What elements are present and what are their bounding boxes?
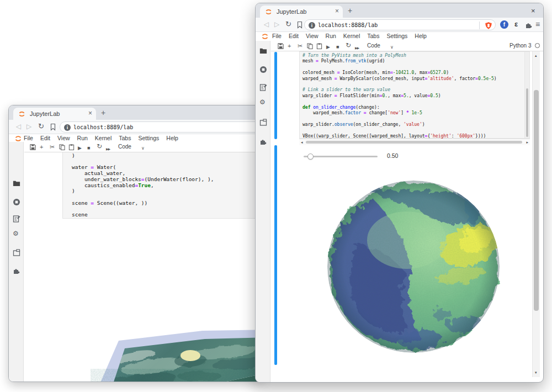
running-kernels-icon[interactable] <box>13 198 20 206</box>
menu-help[interactable]: Help <box>415 33 427 39</box>
browser-tab[interactable]: JupyterLab × <box>13 108 96 120</box>
command-palette-icon[interactable] <box>13 215 20 223</box>
cell-type-dropdown[interactable]: Code <box>118 144 131 150</box>
code-editor[interactable]: ) water = Water( actual_water, under_wat… <box>72 153 214 218</box>
code-cell[interactable]: ) water = Water( actual_water, under_wat… <box>62 152 264 219</box>
menu-kernel[interactable]: Kernel <box>343 33 360 39</box>
globe-render[interactable] <box>325 178 502 355</box>
notebook-area: # Turn the PyVista mesh into a PolyMeshm… <box>271 51 540 377</box>
code-editor[interactable]: # Turn the PyVista mesh into a PolyMeshm… <box>302 53 497 139</box>
add-cell-icon[interactable]: + <box>288 42 291 50</box>
menu-file[interactable]: File <box>272 33 282 39</box>
file-browser-icon[interactable] <box>259 47 267 55</box>
code-cell[interactable]: # Turn the PyVista mesh into a PolyMeshm… <box>299 51 530 139</box>
new-tab-button[interactable]: + <box>348 6 352 15</box>
warp-slider-handle[interactable] <box>307 153 314 160</box>
menu-run[interactable]: Run <box>326 33 336 39</box>
menu-file[interactable]: File <box>24 135 33 141</box>
editor-hscrollbar[interactable]: ◂ ▸ <box>299 139 530 145</box>
cell-type-dropdown[interactable]: Code <box>367 43 380 49</box>
kernel-name[interactable]: Python 3 <box>509 43 531 49</box>
save-icon[interactable] <box>30 144 36 150</box>
browser-tab[interactable]: JupyterLab × <box>260 6 343 18</box>
site-info-icon[interactable]: i <box>64 124 71 131</box>
open-tabs-icon[interactable] <box>13 249 20 257</box>
nav-forward-icon[interactable]: ▷ <box>274 20 279 28</box>
url-bar[interactable]: i localhost:8888/lab <box>304 19 496 30</box>
menu-view[interactable]: View <box>57 135 70 141</box>
menu-run[interactable]: Run <box>77 135 88 141</box>
run-icon[interactable]: ▶ <box>326 43 330 51</box>
site-info-icon[interactable]: i <box>309 22 315 29</box>
water-scene-render[interactable] <box>61 310 264 382</box>
stop-icon[interactable]: ■ <box>336 43 339 51</box>
kernel-status-icon[interactable] <box>535 43 540 48</box>
bookmark-icon[interactable] <box>296 21 303 29</box>
restart-kernel-icon[interactable]: ↻ <box>97 142 102 150</box>
new-tab-button[interactable]: + <box>101 108 105 117</box>
hscroll-left-icon[interactable]: ◂ <box>301 140 303 145</box>
notebook-vscrollbar[interactable]: ▴ ▾ <box>532 51 540 377</box>
menu-tabs[interactable]: Tabs <box>367 33 379 39</box>
cell-type-chevron-icon[interactable]: ∨ <box>141 145 145 152</box>
tab-close-icon[interactable]: × <box>335 7 339 15</box>
extensions-icon[interactable] <box>13 267 20 274</box>
property-inspector-icon[interactable]: ⚙ <box>259 99 267 107</box>
hscroll-right-icon[interactable]: ▸ <box>526 140 528 145</box>
menu-edit[interactable]: Edit <box>40 135 50 141</box>
vscroll-down-icon[interactable]: ▾ <box>535 370 537 375</box>
copy-icon[interactable] <box>307 43 313 49</box>
open-tabs-icon[interactable] <box>259 119 267 126</box>
menu-kernel[interactable]: Kernel <box>95 135 112 141</box>
property-inspector-icon[interactable]: ⚙ <box>13 230 20 238</box>
extensions-puzzle-icon[interactable] <box>525 21 533 29</box>
extension-dark-icon[interactable]: ε <box>514 20 518 28</box>
editor-vscroll-thumb[interactable] <box>526 88 528 137</box>
bookmark-icon[interactable] <box>50 123 56 131</box>
restart-kernel-icon[interactable]: ↻ <box>346 41 351 49</box>
menu-view[interactable]: View <box>306 33 319 39</box>
tab-close-icon[interactable]: × <box>88 109 92 117</box>
nav-reload-icon[interactable]: ↻ <box>285 20 291 28</box>
menu-settings[interactable]: Settings <box>386 33 407 39</box>
file-browser-icon[interactable] <box>13 179 20 187</box>
nav-forward-icon[interactable]: ▷ <box>26 123 31 130</box>
window-close-button[interactable]: × <box>531 7 535 15</box>
nav-back-icon[interactable]: ◁ <box>264 20 269 28</box>
run-icon[interactable]: ▶ <box>78 144 82 152</box>
vscroll-up-icon[interactable]: ▴ <box>535 54 537 58</box>
nav-reload-icon[interactable]: ↻ <box>38 123 44 130</box>
menu-settings[interactable]: Settings <box>138 135 159 141</box>
restart-run-all-icon[interactable]: ▶▶ <box>106 145 110 153</box>
brave-shield-icon[interactable] <box>485 22 492 30</box>
stop-icon[interactable]: ■ <box>87 144 90 152</box>
menu-help[interactable]: Help <box>166 135 178 141</box>
cut-icon[interactable]: ✂ <box>298 42 302 50</box>
extensions-icon[interactable] <box>259 137 267 145</box>
running-kernels-icon[interactable] <box>259 66 267 73</box>
cell-type-chevron-icon[interactable]: ∨ <box>390 44 394 51</box>
url-text[interactable]: localhost:8889/lab <box>73 124 133 130</box>
restart-run-all-icon[interactable]: ▶▶ <box>355 44 359 52</box>
island <box>181 350 200 361</box>
save-icon[interactable] <box>278 43 284 49</box>
extension-blue-icon[interactable]: f <box>500 20 508 29</box>
menu-edit[interactable]: Edit <box>289 33 299 39</box>
output-collapser[interactable] <box>274 145 277 365</box>
editor-vscrollbar[interactable] <box>524 52 529 138</box>
input-collapser[interactable] <box>274 52 277 139</box>
browser-menu-icon[interactable]: ≡ <box>535 20 540 28</box>
add-cell-icon[interactable]: + <box>40 143 43 151</box>
url-text[interactable]: localhost:8888/lab <box>318 22 378 28</box>
warp-slider[interactable] <box>304 156 378 157</box>
copy-icon[interactable] <box>59 144 65 150</box>
vscroll-thumb[interactable] <box>534 90 539 311</box>
paste-icon[interactable] <box>68 144 75 150</box>
paste-icon[interactable] <box>316 43 322 49</box>
url-bar[interactable]: i localhost:8889/lab <box>60 121 262 133</box>
browser-window-back: JupyterLab × + ◁ ▷ ↻ i localhost:8889/la… <box>8 105 264 382</box>
nav-back-icon[interactable]: ◁ <box>16 123 21 130</box>
menu-tabs[interactable]: Tabs <box>119 135 131 141</box>
cut-icon[interactable]: ✂ <box>50 143 55 151</box>
command-palette-icon[interactable] <box>259 83 267 91</box>
